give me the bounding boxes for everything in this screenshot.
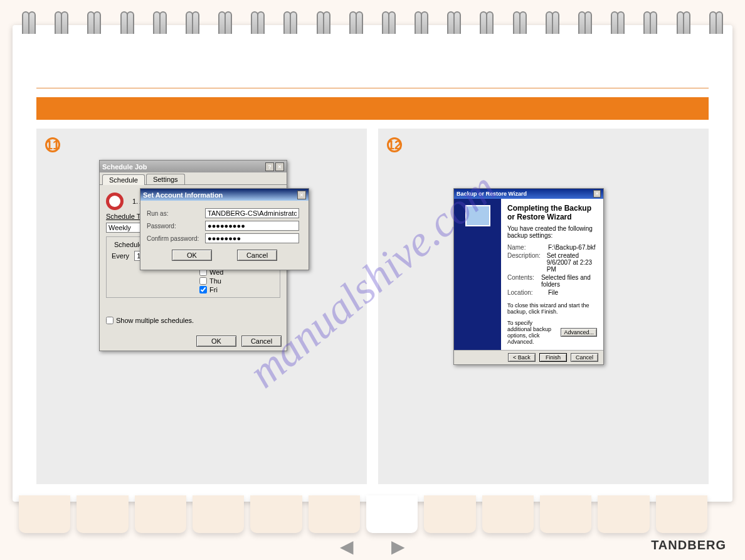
nav-tab[interactable]	[540, 495, 591, 533]
value-name: F:\Backup-67.bkf	[548, 244, 596, 251]
page-arrows: ◀ ▶	[0, 536, 745, 557]
advanced-button[interactable]: Advanced...	[561, 328, 597, 337]
panel-step-12: 12 Backup or Restore Wizard × Completing…	[378, 129, 709, 484]
arrow-next-icon[interactable]: ▶	[391, 536, 405, 557]
heading-bar	[36, 97, 709, 120]
input-confirm-password[interactable]	[205, 233, 299, 243]
finish-button[interactable]: Finish	[539, 353, 567, 362]
account-ok-button[interactable]: OK	[172, 250, 212, 261]
label-every: Every	[112, 252, 129, 260]
document-page: 11 Schedule Job ? × Schedule Settings	[13, 25, 732, 502]
input-password[interactable]	[205, 221, 299, 231]
label-name: Name:	[507, 244, 542, 251]
nav-tab[interactable]	[77, 495, 128, 533]
spiral-binding	[13, 11, 732, 33]
input-run-as[interactable]	[205, 208, 299, 218]
back-button[interactable]: < Back	[508, 353, 536, 362]
checkbox-fri[interactable]: Fri	[199, 286, 223, 293]
label-location: Location:	[507, 289, 542, 296]
title-text: Schedule Job	[102, 163, 147, 171]
backup-icon	[465, 205, 490, 226]
nav-tab[interactable]	[135, 495, 186, 533]
nav-tab[interactable]	[598, 495, 649, 533]
wizard-adv-text: To specify additional backup options, cl…	[507, 320, 556, 345]
close-icon[interactable]: ×	[275, 162, 284, 171]
titlebar-schedule-job: Schedule Job ? ×	[100, 161, 287, 172]
schedule-ok-button[interactable]: OK	[196, 335, 236, 347]
nav-tab-active[interactable]	[366, 495, 418, 533]
title-text: Backup or Restore Wizard	[457, 191, 527, 197]
wizard-heading: Completing the Backup or Restore Wizard	[507, 204, 597, 221]
label-description: Description:	[507, 252, 541, 273]
value-location: File	[548, 289, 558, 296]
nav-tab[interactable]	[193, 495, 244, 533]
schedule-cancel-button[interactable]: Cancel	[241, 335, 282, 347]
close-icon[interactable]: ×	[593, 190, 601, 198]
nav-tab[interactable]	[656, 495, 707, 533]
tab-strip: Schedule Settings	[100, 172, 287, 185]
tab-settings[interactable]: Settings	[146, 174, 185, 184]
panel-step-11: 11 Schedule Job ? × Schedule Settings	[36, 129, 367, 484]
brand-logo: TANDBERG	[651, 538, 726, 552]
close-icon[interactable]: ×	[297, 191, 306, 199]
checkbox-thu[interactable]: Thu	[199, 277, 223, 285]
wizard-cancel-button[interactable]: Cancel	[571, 353, 598, 362]
label-contents: Contents:	[507, 274, 535, 288]
titlebar-set-account: Set Account Information ×	[140, 189, 309, 201]
help-button-icon[interactable]: ?	[265, 162, 274, 171]
titlebar-wizard: Backup or Restore Wizard ×	[454, 189, 603, 199]
nav-tab[interactable]	[424, 495, 475, 533]
divider-top	[36, 88, 709, 88]
checkbox-show-multiple[interactable]: Show multiple schedules.	[106, 317, 194, 324]
dialog-backup-wizard: Backup or Restore Wizard × Completing th…	[453, 188, 604, 365]
tab-schedule[interactable]: Schedule	[102, 174, 145, 185]
clock-icon	[106, 193, 124, 210]
step-number-11: 11	[45, 137, 60, 152]
account-cancel-button[interactable]: Cancel	[237, 250, 277, 261]
value-description: Set created 9/6/2007 at 2:23 PM	[547, 252, 597, 273]
nav-tab[interactable]	[19, 495, 70, 533]
title-text: Set Account Information	[143, 191, 223, 199]
dialog-set-account: Set Account Information × Run as: Passwo…	[140, 188, 309, 270]
label-run-as: Run as:	[147, 210, 200, 217]
bottom-tabs	[19, 495, 707, 533]
value-contents: Selected files and folders	[541, 274, 597, 288]
wizard-subtext: You have created the following backup se…	[507, 225, 597, 239]
label-confirm-password: Confirm password:	[147, 235, 200, 242]
arrow-prev-icon[interactable]: ◀	[340, 536, 354, 557]
wizard-close-text: To close this wizard and start the backu…	[507, 302, 597, 315]
wizard-sidebar	[454, 199, 501, 350]
nav-tab[interactable]	[482, 495, 534, 533]
label-password: Password:	[147, 223, 200, 230]
nav-tab[interactable]	[250, 495, 302, 533]
step-number-12: 12	[387, 137, 402, 152]
nav-tab[interactable]	[309, 495, 360, 533]
